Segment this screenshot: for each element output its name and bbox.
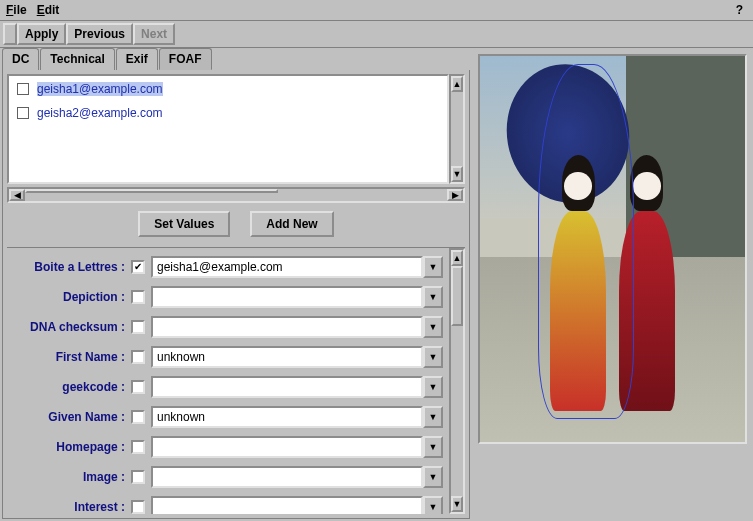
field-combo: ▼ <box>151 466 443 488</box>
chevron-down-icon[interactable]: ▼ <box>423 406 443 428</box>
field-input[interactable] <box>151 436 423 458</box>
field-checkbox[interactable]: ✔ <box>131 260 145 274</box>
tab-dc[interactable]: DC <box>2 48 39 70</box>
chevron-down-icon[interactable]: ▼ <box>423 286 443 308</box>
scroll-track[interactable] <box>451 326 463 496</box>
apply-button[interactable]: Apply <box>17 23 66 45</box>
field-checkbox[interactable] <box>131 410 145 424</box>
previous-button[interactable]: Previous <box>66 23 133 45</box>
field-checkbox[interactable] <box>131 380 145 394</box>
field-checkbox[interactable] <box>131 290 145 304</box>
form-row: geekcode :▼ <box>13 372 443 402</box>
chevron-down-icon[interactable]: ▼ <box>423 346 443 368</box>
field-input[interactable] <box>151 286 423 308</box>
left-pane: DC Technical Exif FOAF geisha1@example.c… <box>0 48 472 521</box>
scroll-track[interactable] <box>451 92 463 166</box>
field-label: geekcode : <box>13 380 131 394</box>
field-input[interactable] <box>151 316 423 338</box>
field-label: Boite a Lettres : <box>13 260 131 274</box>
chevron-down-icon[interactable]: ▼ <box>423 436 443 458</box>
image-pane <box>472 48 753 521</box>
form-row: First Name :▼ <box>13 342 443 372</box>
menu-help[interactable]: ? <box>736 3 747 17</box>
form-row: Given Name :▼ <box>13 402 443 432</box>
scroll-right-icon[interactable]: ▶ <box>447 189 463 201</box>
toolbar-spacer <box>3 23 17 45</box>
field-checkbox[interactable] <box>131 500 145 514</box>
person-list[interactable]: geisha1@example.com geisha2@example.com <box>7 74 449 184</box>
field-input[interactable] <box>151 466 423 488</box>
field-input[interactable] <box>151 376 423 398</box>
list-item[interactable]: geisha2@example.com <box>17 106 439 120</box>
field-label: Interest : <box>13 500 131 514</box>
form-row: DNA checksum :▼ <box>13 312 443 342</box>
add-new-button[interactable]: Add New <box>250 211 333 237</box>
field-label: DNA checksum : <box>13 320 131 334</box>
list-scrollbar-horizontal[interactable]: ◀ ▶ <box>7 187 465 203</box>
field-label: Given Name : <box>13 410 131 424</box>
form-row: Homepage :▼ <box>13 432 443 462</box>
list-item-email[interactable]: geisha1@example.com <box>37 82 163 96</box>
chevron-down-icon[interactable]: ▼ <box>423 466 443 488</box>
field-checkbox[interactable] <box>131 320 145 334</box>
tab-foaf[interactable]: FOAF <box>159 48 212 70</box>
image-preview[interactable] <box>478 54 747 444</box>
form-scrollbar-vertical[interactable]: ▲ ▼ <box>449 248 465 514</box>
chevron-down-icon[interactable]: ▼ <box>423 376 443 398</box>
field-combo: ▼ <box>151 376 443 398</box>
field-combo: ▼ <box>151 316 443 338</box>
field-label: First Name : <box>13 350 131 364</box>
field-combo: ▼ <box>151 436 443 458</box>
field-label: Homepage : <box>13 440 131 454</box>
scroll-up-icon[interactable]: ▲ <box>451 76 463 92</box>
field-combo: ▼ <box>151 406 443 428</box>
menu-edit[interactable]: Edit <box>37 3 60 17</box>
form-row: Image :▼ <box>13 462 443 492</box>
chevron-down-icon[interactable]: ▼ <box>423 496 443 514</box>
tab-panel-foaf: geisha1@example.com geisha2@example.com … <box>2 69 470 519</box>
chevron-down-icon[interactable]: ▼ <box>423 256 443 278</box>
set-values-button[interactable]: Set Values <box>138 211 230 237</box>
properties-form: Boite a Lettres :✔▼Depiction :▼DNA check… <box>7 247 465 514</box>
form-row: Boite a Lettres :✔▼ <box>13 252 443 282</box>
chevron-down-icon[interactable]: ▼ <box>423 316 443 338</box>
scroll-down-icon[interactable]: ▼ <box>451 166 463 182</box>
selection-outline <box>538 64 633 419</box>
form-row: Interest :▼ <box>13 492 443 514</box>
tab-row: DC Technical Exif FOAF <box>0 48 472 70</box>
list-item[interactable]: geisha1@example.com <box>17 82 439 96</box>
field-label: Depiction : <box>13 290 131 304</box>
field-input[interactable] <box>151 496 423 514</box>
field-label: Image : <box>13 470 131 484</box>
field-input[interactable] <box>151 346 423 368</box>
checkbox-icon[interactable] <box>17 107 29 119</box>
tab-technical[interactable]: Technical <box>40 48 114 70</box>
field-checkbox[interactable] <box>131 350 145 364</box>
list-scrollbar-vertical[interactable]: ▲ ▼ <box>449 74 465 184</box>
scroll-left-icon[interactable]: ◀ <box>9 189 25 201</box>
field-combo: ▼ <box>151 256 443 278</box>
field-input[interactable] <box>151 406 423 428</box>
scroll-thumb[interactable] <box>451 266 463 326</box>
tab-exif[interactable]: Exif <box>116 48 158 70</box>
toolbar: Apply Previous Next <box>0 21 753 48</box>
field-input[interactable] <box>151 256 423 278</box>
field-combo: ▼ <box>151 496 443 514</box>
field-combo: ▼ <box>151 286 443 308</box>
scroll-thumb[interactable] <box>25 189 278 193</box>
scroll-track[interactable] <box>25 189 447 201</box>
field-checkbox[interactable] <box>131 470 145 484</box>
list-item-email[interactable]: geisha2@example.com <box>37 106 163 120</box>
field-combo: ▼ <box>151 346 443 368</box>
scroll-up-icon[interactable]: ▲ <box>451 250 463 266</box>
form-row: Depiction :▼ <box>13 282 443 312</box>
menu-file[interactable]: File <box>6 3 27 17</box>
scroll-down-icon[interactable]: ▼ <box>451 496 463 512</box>
field-checkbox[interactable] <box>131 440 145 454</box>
next-button: Next <box>133 23 175 45</box>
menubar: File Edit ? <box>0 0 753 21</box>
checkbox-icon[interactable] <box>17 83 29 95</box>
